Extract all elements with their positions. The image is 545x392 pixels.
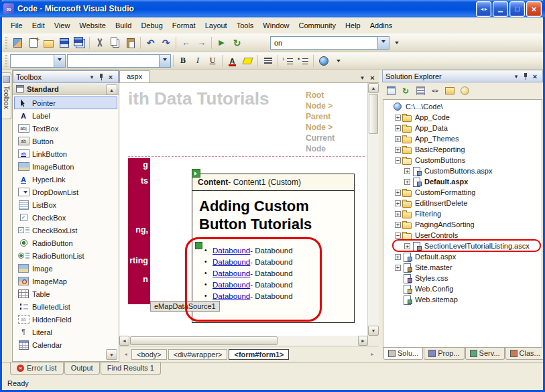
auto-hide-icon[interactable] bbox=[521, 72, 530, 81]
expand-icon[interactable]: + bbox=[395, 190, 401, 196]
menu-layout[interactable]: Layout bbox=[200, 19, 232, 32]
toolbox-item-table[interactable]: Table bbox=[14, 287, 117, 300]
usercontrol-glyph-icon[interactable] bbox=[195, 242, 202, 249]
collapse-icon[interactable]: − bbox=[395, 233, 401, 239]
tree-item-app-code[interactable]: +App_Code bbox=[383, 112, 542, 123]
tag-body[interactable]: <body> bbox=[131, 349, 167, 360]
toolbar-combobox[interactable]: on bbox=[270, 36, 389, 50]
menu-website[interactable]: Website bbox=[74, 19, 111, 32]
toolbox-item-imagemap[interactable]: ImageMap bbox=[14, 275, 117, 287]
tree-item-custombuttons.aspx[interactable]: +CustomButtons.aspx bbox=[383, 166, 542, 176]
expand-icon[interactable]: + bbox=[404, 243, 410, 249]
toolbox-item-label[interactable]: Label bbox=[14, 109, 117, 122]
close-button[interactable]: × bbox=[526, 1, 542, 17]
tree-item-editinsertdelete[interactable]: +EditInsertDelete bbox=[383, 198, 542, 208]
undo-icon[interactable] bbox=[143, 36, 158, 50]
combobox-dropdown-icon[interactable] bbox=[54, 55, 65, 67]
toolbox-section-standard[interactable]: Standard bbox=[13, 83, 119, 95]
properties-window-icon[interactable] bbox=[384, 85, 398, 97]
sync-with-browser-icon[interactable] bbox=[229, 36, 245, 50]
view-code-icon[interactable] bbox=[428, 85, 442, 97]
tag-scroll-left-icon[interactable]: ◄ bbox=[121, 349, 130, 359]
underline-button[interactable]: U bbox=[205, 54, 220, 68]
bulleted-list-icon[interactable] bbox=[296, 54, 311, 68]
toolbox-item-radiobuttonlist[interactable]: RadioButtonList bbox=[14, 249, 117, 262]
scroll-right-icon[interactable]: ► bbox=[358, 336, 368, 346]
expand-icon[interactable]: + bbox=[395, 265, 401, 271]
menu-tools[interactable]: Tools bbox=[232, 19, 259, 32]
editor-tab[interactable]: aspx bbox=[119, 70, 149, 82]
combobox-dropdown-icon[interactable] bbox=[377, 37, 389, 49]
sidebar-link-fragment[interactable]: g bbox=[143, 160, 148, 170]
tree-item-c-...-code[interactable]: C:\...\Code\ bbox=[383, 101, 542, 112]
navigate-forward-icon[interactable] bbox=[194, 36, 209, 50]
toolbox-item-bulletedlist[interactable]: BulletedList bbox=[14, 300, 117, 313]
expand-icon[interactable]: + bbox=[395, 115, 401, 121]
toolbox-item-textbox[interactable]: TextBox bbox=[14, 122, 117, 135]
panel-tab-find-results-1[interactable]: Find Results 1 bbox=[101, 363, 161, 375]
tree-item-styles.css[interactable]: Styles.css bbox=[383, 273, 542, 283]
refresh-icon[interactable] bbox=[399, 85, 412, 97]
toolbox-item-button[interactable]: Button bbox=[14, 135, 117, 147]
tree-item-app-data[interactable]: +App_Data bbox=[383, 123, 542, 133]
aspnet-configuration-icon[interactable] bbox=[458, 85, 471, 97]
menu-debug[interactable]: Debug bbox=[136, 19, 167, 32]
breadcrumb-item[interactable]: Node > bbox=[306, 101, 367, 111]
expand-icon[interactable]: + bbox=[395, 211, 401, 217]
close-icon[interactable] bbox=[530, 72, 540, 81]
copy-web-site-icon[interactable] bbox=[443, 85, 457, 97]
minimize-button[interactable]: ▁ bbox=[493, 1, 508, 17]
font-combobox[interactable] bbox=[67, 54, 171, 68]
databound-link[interactable]: Databound bbox=[213, 269, 250, 277]
breadcrumb-item[interactable]: Parent bbox=[306, 111, 367, 122]
toolbox-item-literal[interactable]: Literal bbox=[14, 326, 117, 338]
new-project-icon[interactable] bbox=[10, 36, 25, 50]
open-file-icon[interactable] bbox=[41, 36, 56, 50]
close-icon[interactable] bbox=[106, 72, 115, 82]
toolbar-options-icon[interactable] bbox=[392, 36, 402, 50]
horizontal-scrollbar-thumb[interactable] bbox=[130, 336, 278, 345]
solution-explorer-header[interactable]: Solution Explorer bbox=[382, 70, 543, 82]
toolbox-scroll-down-icon[interactable]: ▼ bbox=[106, 349, 117, 360]
combobox-dropdown-icon[interactable] bbox=[159, 55, 170, 67]
sidebar-link-fragment[interactable]: rting bbox=[129, 256, 148, 265]
toolbox-autohide-tab[interactable]: Toolbox bbox=[2, 72, 11, 119]
toolbox-item-linkbutton[interactable]: LinkButton bbox=[14, 147, 117, 160]
tag-div#wrapper[interactable]: <div#wrapper> bbox=[168, 349, 228, 360]
databound-link[interactable]: Databound bbox=[213, 258, 250, 266]
collapse-icon[interactable]: − bbox=[395, 157, 401, 164]
sidebar-link-fragment[interactable]: ts bbox=[141, 176, 148, 186]
toolbox-header[interactable]: Toolbox bbox=[13, 70, 119, 83]
horizontal-scrollbar[interactable]: ◄ ► bbox=[119, 336, 368, 346]
control-glyph-icon[interactable] bbox=[192, 169, 200, 178]
expand-icon[interactable]: + bbox=[395, 222, 401, 228]
panel-tab-error-list[interactable]: Error List bbox=[10, 363, 64, 375]
font-color-icon[interactable] bbox=[225, 54, 240, 68]
toolbox-item-pointer[interactable]: Pointer bbox=[14, 96, 117, 109]
tree-item-filtering[interactable]: +Filtering bbox=[383, 208, 542, 219]
start-debug-icon[interactable] bbox=[214, 36, 229, 50]
hyperlink-icon[interactable] bbox=[316, 54, 331, 68]
tree-item-web.config[interactable]: Web.Config bbox=[383, 283, 542, 294]
menu-format[interactable]: Format bbox=[168, 19, 200, 32]
copy-icon[interactable] bbox=[107, 36, 123, 50]
vertical-scrollbar[interactable]: ▲ ▼ bbox=[367, 83, 379, 336]
scroll-up-icon[interactable]: ▲ bbox=[368, 83, 379, 93]
toolbox-item-imagebutton[interactable]: ImageButton bbox=[14, 160, 117, 173]
scroll-left-icon[interactable]: ◄ bbox=[119, 336, 129, 346]
menu-community[interactable]: Community bbox=[294, 19, 341, 32]
expand-icon[interactable]: + bbox=[395, 200, 401, 206]
tool-tab-solu...[interactable]: Solu... bbox=[383, 348, 423, 360]
window-switch-button[interactable]: ◄► bbox=[476, 1, 491, 17]
window-position-icon[interactable] bbox=[87, 72, 97, 82]
tree-item-basicreporting[interactable]: +BasicReporting bbox=[383, 144, 542, 155]
menu-window[interactable]: Window bbox=[258, 19, 294, 32]
tag-scroll-right-icon[interactable]: ► bbox=[368, 349, 377, 359]
toolbar-grip[interactable] bbox=[5, 55, 7, 67]
toolbox-item-hyperlink[interactable]: HyperLink bbox=[14, 173, 117, 186]
menu-help[interactable]: Help bbox=[341, 19, 365, 32]
sidebar-link-fragment[interactable]: n bbox=[143, 275, 148, 284]
save-icon[interactable] bbox=[56, 36, 72, 50]
tree-item-custombuttons[interactable]: −CustomButtons bbox=[383, 155, 542, 166]
tool-tab-prop...[interactable]: Prop... bbox=[424, 348, 464, 360]
